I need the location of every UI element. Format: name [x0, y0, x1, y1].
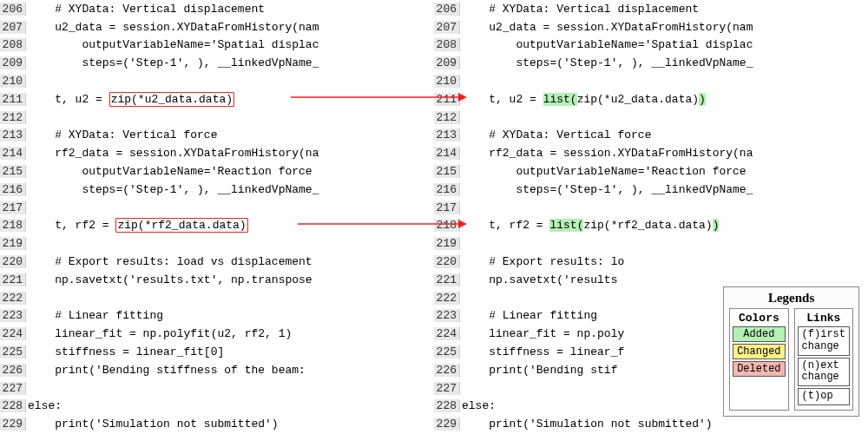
line-number: 208 — [434, 38, 460, 51]
code-line: 216 steps=('Step-1', ), __linkedVpName_ — [434, 181, 868, 199]
line-number: 219 — [434, 237, 460, 250]
line-number: 209 — [434, 56, 460, 69]
code-line: 223 # Linear fitting — [0, 307, 434, 326]
line-number: 225 — [434, 345, 460, 358]
code-line: 211 t, u2 = list(zip(*u2_data.data)) — [434, 90, 868, 108]
code-line: 217 — [0, 199, 434, 217]
code-content: outputVariableName='Spatial displac — [26, 38, 434, 51]
code-line: 221 np.savetxt('results.txt', np.transpo… — [0, 271, 434, 289]
line-number: 215 — [0, 165, 26, 178]
line-number: 228 — [434, 399, 460, 412]
code-line: 229 print('Simulation not submitted') — [434, 415, 868, 433]
legend-link[interactable]: (n)extchange — [798, 358, 850, 387]
diff-hl-added: list( — [549, 219, 583, 232]
code-line: 216 steps=('Step-1', ), __linkedVpName_ — [0, 181, 434, 199]
legend-link[interactable]: (f)irstchange — [798, 326, 850, 356]
line-number: 227 — [434, 382, 460, 395]
code-content: steps=('Step-1', ), __linkedVpName_ — [26, 56, 434, 69]
code-content: # XYData: Vertical displacement — [460, 3, 868, 16]
line-number: 226 — [434, 364, 460, 377]
code-content: # Export results: lo — [460, 255, 868, 268]
code-line: 218 t, rf2 = list(zip(*rf2_data.data)) — [434, 217, 868, 235]
line-number: 223 — [434, 309, 460, 322]
code-content: u2_data = session.XYDataFromHistory(nam — [26, 21, 434, 34]
code-content: t, rf2 = zip(*rf2_data.data) — [26, 218, 434, 233]
line-number: 212 — [434, 111, 460, 124]
code-line: 210 — [0, 72, 434, 90]
code-line: 214 rf2_data = session.XYDataFromHistory… — [434, 144, 868, 162]
code-line: 224 linear_fit = np.polyfit(u2, rf2, 1) — [0, 325, 434, 343]
line-number: 218 — [0, 219, 26, 232]
line-number: 214 — [0, 147, 26, 160]
line-number: 221 — [434, 273, 460, 286]
code-line: 220 # Export results: load vs displaceme… — [0, 253, 434, 271]
line-number: 211 — [0, 93, 26, 106]
line-number: 210 — [0, 75, 26, 88]
line-number: 219 — [0, 237, 26, 250]
diff-hl-added: ) — [699, 93, 706, 106]
code-content: steps=('Step-1', ), __linkedVpName_ — [460, 56, 868, 69]
code-line: 227 — [0, 379, 434, 398]
code-content: steps=('Step-1', ), __linkedVpName_ — [460, 183, 868, 196]
code-line: 228else: — [0, 398, 434, 416]
line-number: 221 — [0, 273, 26, 286]
code-line: 215 outputVariableName='Reaction force — [0, 162, 434, 181]
legend-colors-title: Colors — [733, 312, 785, 325]
code-content: outputVariableName='Spatial displac — [460, 38, 868, 51]
code-line: 206 # XYData: Vertical displacement — [0, 0, 434, 18]
code-content: stiffness = linear_fit[0] — [26, 345, 434, 358]
line-number: 222 — [0, 292, 26, 305]
code-line: 207 u2_data = session.XYDataFromHistory(… — [0, 18, 434, 36]
code-content: # XYData: Vertical force — [26, 128, 434, 141]
line-number: 216 — [434, 183, 460, 196]
legends-title: Legends — [729, 291, 853, 306]
legend-colors-body: AddedChangedDeleted — [733, 326, 785, 377]
line-number: 215 — [434, 165, 460, 178]
line-number: 229 — [0, 418, 26, 431]
left-pane: 206 # XYData: Vertical displacement207 u… — [0, 0, 434, 434]
code-line: 214 rf2_data = session.XYDataFromHistory… — [0, 144, 434, 162]
legends-box: Legends Colors AddedChangedDeleted Links… — [723, 286, 859, 417]
code-line: 210 — [434, 72, 868, 90]
line-number: 226 — [0, 364, 26, 377]
code-line: 220 # Export results: lo — [434, 253, 868, 271]
code-content: np.savetxt('results — [460, 273, 868, 286]
code-line: 213 # XYData: Vertical force — [0, 127, 434, 145]
line-number: 212 — [0, 111, 26, 124]
code-line: 226 print('Bending stiffness of the beam… — [0, 361, 434, 379]
legend-color-deleted: Deleted — [733, 361, 785, 377]
line-number: 225 — [0, 345, 26, 358]
code-text: zip(*rf2_data.data) — [583, 219, 712, 232]
line-number: 207 — [0, 21, 26, 34]
line-number: 220 — [0, 255, 26, 268]
line-number: 216 — [0, 183, 26, 196]
legend-link[interactable]: (t)op — [798, 388, 850, 405]
code-line: 212 — [434, 108, 868, 127]
line-number: 207 — [434, 21, 460, 34]
line-number: 206 — [434, 3, 460, 16]
line-number: 217 — [434, 201, 460, 214]
diff-hl-added: list( — [543, 93, 577, 106]
diff-hl-added: ) — [713, 219, 720, 232]
code-line: 206 # XYData: Vertical displacement — [434, 0, 868, 18]
legend-color-added: Added — [733, 326, 785, 342]
line-number: 211 — [434, 93, 460, 106]
line-number: 224 — [0, 327, 26, 340]
change-highlight-box: zip(*rf2_data.data) — [115, 218, 247, 233]
code-content: rf2_data = session.XYDataFromHistory(na — [26, 147, 434, 160]
code-line: 208 outputVariableName='Spatial displac — [434, 36, 868, 55]
code-line: 219 — [434, 234, 868, 253]
code-text: zip(*u2_data.data) — [577, 93, 699, 106]
line-number: 223 — [0, 309, 26, 322]
code-content: # Export results: load vs displacement — [26, 255, 434, 268]
code-content: rf2_data = session.XYDataFromHistory(na — [460, 147, 868, 160]
code-text: t, u2 = — [28, 93, 109, 106]
code-content: # XYData: Vertical displacement — [26, 3, 434, 16]
code-content: steps=('Step-1', ), __linkedVpName_ — [26, 183, 434, 196]
code-line: 209 steps=('Step-1', ), __linkedVpName_ — [0, 54, 434, 72]
code-content: print('Bending stiffness of the beam: — [26, 364, 434, 377]
code-text: t, u2 = — [462, 93, 543, 106]
line-number: 213 — [0, 128, 26, 141]
code-content: print('Simulation not submitted') — [26, 418, 434, 431]
code-line: 208 outputVariableName='Spatial displac — [0, 36, 434, 55]
